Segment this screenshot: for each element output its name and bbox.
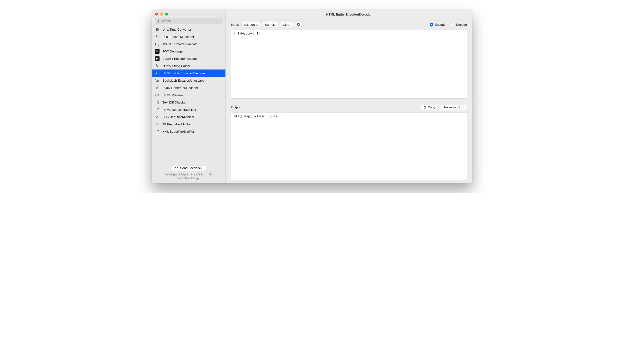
main-pane: HTML Entity Encoder/Decoder Input: Clipb… xyxy=(226,10,472,183)
sidebar-item-label: Query String Parser xyxy=(162,64,190,68)
settings-button[interactable] xyxy=(295,22,302,27)
svg-line-1 xyxy=(158,21,159,22)
svg-point-0 xyxy=(157,20,158,22)
copy-label: Copy xyxy=(428,105,435,109)
clear-button[interactable]: Clear xyxy=(280,22,293,27)
arrow-up-icon xyxy=(462,106,464,109)
traffic-lights xyxy=(152,10,225,18)
footer-url: https://DevUtils.app xyxy=(155,177,223,180)
wand-icon xyxy=(155,107,159,112)
sidebar-item-label: Base64 Encoder/Decoder xyxy=(162,57,199,61)
sidebar-item[interactable]: </>HTML Preview xyxy=(152,91,225,99)
sidebar-item[interactable]: Unix Time Converter xyxy=(152,26,225,33)
sidebar-item[interactable]: \nBackslash Escaper/Unescaper xyxy=(152,77,225,84)
wand-icon xyxy=(155,122,159,127)
svg-rect-14 xyxy=(424,106,426,108)
output-pane: Output: Copy Use as input xyxy=(226,102,472,183)
sidebar-item-label: Unix Time Converter xyxy=(162,28,191,31)
sidebar-item[interactable]: CSS Beautifier/Minifier xyxy=(152,113,225,121)
decode-label: Decode xyxy=(456,23,467,26)
percent-icon: % xyxy=(155,34,159,39)
sidebar-item-label: Backslash Escaper/Unescaper xyxy=(162,79,206,82)
mail-icon xyxy=(175,167,178,169)
sidebar-item[interactable]: &Query String Parser xyxy=(152,62,225,70)
copy-button[interactable]: Copy xyxy=(421,105,438,110)
sidebar-item-label: XML Beautifier/Minifier xyxy=(162,130,194,133)
ampersand-icon: & xyxy=(155,63,159,68)
app-window: Unix Time Converter%URL Encoder/Decoder{… xyxy=(152,10,472,183)
backslash-icon: \n xyxy=(155,78,159,83)
sidebar-item[interactable]: +ab-cdText Diff Checker xyxy=(152,99,225,106)
sidebar-footer: Send Feedback Developer Utilities for ma… xyxy=(152,163,225,183)
search-input[interactable] xyxy=(161,19,221,23)
sidebar-item-label: JS Beautifier/Minifier xyxy=(162,122,191,126)
sidebar-item-label: URL Encoder/Decoder xyxy=(162,35,194,39)
sidebar-item[interactable]: JS Beautifier/Minifier xyxy=(152,121,225,128)
sidebar-item-label: CSS Beautifier/Minifier xyxy=(162,115,194,119)
radio-dot-icon xyxy=(451,23,454,26)
output-label: Output: xyxy=(231,105,241,109)
sidebar-item-label: JWT Debugger xyxy=(162,49,183,53)
encode-label: Encode xyxy=(435,23,445,26)
use-as-input-label: Use as input xyxy=(442,105,460,109)
sidebar-item[interactable]: JWT Debugger xyxy=(152,48,225,55)
zoom-window-button[interactable] xyxy=(165,13,168,16)
uuid-icon: UUID xyxy=(155,85,159,90)
sidebar-item[interactable]: HTML Beautifier/Minifier xyxy=(152,106,225,113)
search-field[interactable] xyxy=(155,18,223,24)
b64-icon: 64 xyxy=(155,56,159,61)
sidebar-item-label: HTML Entity Encoder/Decoder xyxy=(162,72,205,75)
sidebar: Unix Time Converter%URL Encoder/Decoder{… xyxy=(152,10,226,183)
diff-icon: +ab-cd xyxy=(155,100,159,105)
sidebar-item-label: Text Diff Checker xyxy=(162,101,186,104)
gear-icon xyxy=(297,23,300,26)
output-textarea[interactable]: &lt;h1&gt;Hello&lt;/h1&gt; xyxy=(231,113,467,180)
sidebar-item-label: JSON Formatter/Validator xyxy=(162,42,199,46)
sidebar-item[interactable]: XML Beautifier/Minifier xyxy=(152,128,225,135)
radio-dot-icon xyxy=(430,23,433,26)
search-icon xyxy=(156,20,159,23)
wand-icon xyxy=(155,129,159,134)
wand-icon xyxy=(155,115,159,119)
svg-rect-15 xyxy=(425,106,425,107)
tag-icon: </> xyxy=(155,93,159,97)
minimize-window-button[interactable] xyxy=(160,13,163,16)
sidebar-item[interactable]: 64Base64 Encoder/Decoder xyxy=(152,55,225,62)
input-pane: Input: Clipboard Sample Clear Encode xyxy=(226,20,472,102)
braces-icon: {,} xyxy=(155,42,159,47)
jwt-icon xyxy=(155,49,159,54)
clipboard-icon xyxy=(423,106,426,109)
use-as-input-button[interactable]: Use as input xyxy=(440,105,467,110)
sidebar-item[interactable]: #;HTML Entity Encoder/Decoder xyxy=(152,70,225,77)
decode-radio[interactable]: Decode xyxy=(451,23,467,26)
encode-radio[interactable]: Encode xyxy=(430,23,445,26)
sidebar-item-label: UUID Generator/Decoder xyxy=(162,86,198,90)
sidebar-item[interactable]: %URL Encoder/Decoder xyxy=(152,33,225,40)
clipboard-button[interactable]: Clipboard xyxy=(241,22,260,27)
clock-icon xyxy=(155,27,159,32)
send-feedback-label: Send Feedback xyxy=(180,166,202,170)
sample-button[interactable]: Sample xyxy=(262,22,278,27)
close-window-button[interactable] xyxy=(155,13,158,16)
sidebar-item[interactable]: {,}JSON Formatter/Validator xyxy=(152,40,225,48)
send-feedback-button[interactable]: Send Feedback xyxy=(171,165,206,171)
tools-list: Unix Time Converter%URL Encoder/Decoder{… xyxy=(152,26,225,163)
svg-rect-3 xyxy=(157,50,157,51)
svg-rect-4 xyxy=(157,52,157,53)
input-label: Input: xyxy=(231,23,239,26)
sidebar-item[interactable]: UUIDUUID Generator/Decoder xyxy=(152,84,225,91)
window-title: HTML Entity Encoder/Decoder xyxy=(226,10,472,20)
entity-icon: #; xyxy=(155,71,159,75)
input-textarea[interactable]: <h1>Hello</h1> xyxy=(231,30,467,99)
sidebar-item-label: HTML Preview xyxy=(162,93,183,97)
footer-version: Developer Utilities for macOS 1.4.1 (31) xyxy=(155,173,223,176)
sidebar-item-label: HTML Beautifier/Minifier xyxy=(162,108,196,112)
